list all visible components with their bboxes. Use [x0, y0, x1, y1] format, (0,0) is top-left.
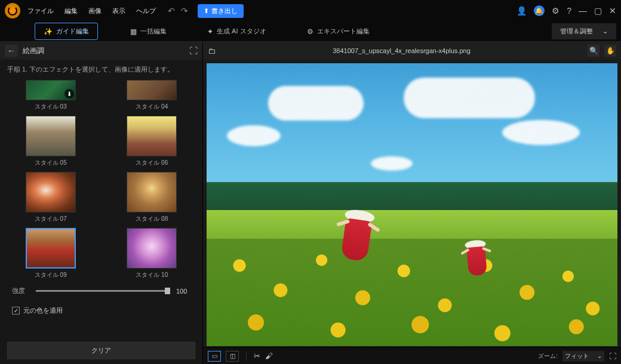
slider-thumb[interactable] — [165, 288, 170, 294]
maximize-icon[interactable]: ▢ — [594, 6, 602, 16]
style-item-06[interactable]: スタイル 06 — [113, 116, 191, 167]
apply-color-label: 元の色を適用 — [23, 306, 63, 315]
clear-button[interactable]: クリア — [7, 342, 195, 359]
instruction-text: 手順 1. 下のエフェクトを選択して、画像に適用します。 — [0, 60, 202, 80]
style-item-10[interactable]: スタイル 10 — [113, 228, 191, 279]
style-label: スタイル 05 — [35, 159, 67, 167]
manage-button[interactable]: 管理＆調整 ⌄ — [552, 23, 616, 39]
titlebar-right: 👤 🔔 ⚙ ? — ▢ ✕ — [517, 5, 616, 16]
menu-edit[interactable]: 編集 — [64, 7, 78, 16]
style-item-09[interactable]: スタイル 09 — [12, 228, 90, 279]
magnifier-icon[interactable]: 🔍 — [588, 45, 600, 57]
style-item-05[interactable]: スタイル 05 — [12, 116, 90, 167]
canvas-preview[interactable] — [207, 63, 617, 346]
main-menu: ファイル 編集 画像 表示 ヘルプ — [27, 7, 156, 16]
wand-icon: ✨ — [44, 27, 53, 36]
canvas-header: 🗀 3841007_s_upscayl_4x_realesrgan-x4plus… — [203, 42, 621, 60]
tab-ai-label: 生成 AI スタジオ — [217, 27, 266, 36]
fullscreen-icon[interactable]: ⛶ — [609, 352, 616, 360]
tab-expert-edit[interactable]: ⚙ エキスパート編集 — [299, 23, 378, 39]
apply-color-row[interactable]: ✓ 元の色を適用 — [0, 303, 202, 319]
tab-ai-studio[interactable]: ✦ 生成 AI スタジオ — [199, 23, 275, 39]
strength-slider-row: 強度 100 — [0, 279, 202, 303]
export-button[interactable]: ⬆ 書き出し — [198, 4, 244, 18]
style-thumb: ⬇ — [26, 80, 76, 100]
chevron-down-icon: ⌄ — [597, 353, 602, 359]
styles-grid: ⬇ スタイル 03 スタイル 04 スタイル 05 スタイル 06 スタイル 0… — [0, 80, 202, 279]
zoom-value: フィット — [565, 352, 589, 360]
tab-expert-label: エキスパート編集 — [317, 27, 370, 36]
style-label: スタイル 09 — [35, 271, 67, 279]
minimize-icon[interactable]: — — [579, 6, 587, 16]
strength-label: 強度 — [12, 286, 30, 295]
mode-tabbar: ✨ ガイド編集 ▦ 一括編集 ✦ 生成 AI スタジオ ⚙ エキスパート編集 管… — [0, 21, 621, 42]
zoom-label: ズーム: — [538, 352, 558, 360]
sidebar: ← 絵画調 ⛶ 手順 1. 下のエフェクトを選択して、画像に適用します。 ⬇ ス… — [0, 42, 203, 364]
main-area: ← 絵画調 ⛶ 手順 1. 下のエフェクトを選択して、画像に適用します。 ⬇ ス… — [0, 42, 621, 364]
style-thumb — [127, 116, 177, 156]
brush-icon[interactable]: 🖌 — [265, 351, 273, 360]
style-item-04[interactable]: スタイル 04 — [113, 80, 191, 111]
strength-slider[interactable] — [36, 290, 170, 292]
download-icon: ⬇ — [64, 89, 74, 98]
menu-file[interactable]: ファイル — [27, 7, 54, 16]
style-label: スタイル 06 — [136, 159, 168, 167]
style-item-07[interactable]: スタイル 07 — [12, 172, 90, 223]
style-label: スタイル 03 — [35, 103, 67, 111]
folder-icon[interactable]: 🗀 — [208, 47, 216, 55]
view-single-button[interactable]: ▭ — [208, 351, 221, 362]
undo-icon[interactable]: ↶ — [168, 6, 175, 16]
hand-icon[interactable]: ✋ — [604, 45, 616, 57]
user-icon[interactable]: 👤 — [517, 6, 527, 16]
style-thumb — [127, 80, 177, 100]
tab-guide-edit[interactable]: ✨ ガイド編集 — [35, 23, 98, 40]
style-label: スタイル 07 — [35, 215, 67, 223]
menu-image[interactable]: 画像 — [88, 7, 102, 16]
style-item-03[interactable]: ⬇ スタイル 03 — [12, 80, 90, 111]
style-thumb — [127, 228, 177, 269]
tab-batch-edit[interactable]: ▦ 一括編集 — [122, 23, 175, 39]
sparkle-icon: ✦ — [207, 27, 213, 36]
sidebar-title: 絵画調 — [23, 46, 185, 56]
manage-label: 管理＆調整 — [560, 27, 593, 36]
notification-icon[interactable]: 🔔 — [534, 5, 545, 16]
view-split-button[interactable]: ◫ — [226, 351, 239, 362]
style-label: スタイル 08 — [136, 215, 168, 223]
back-icon[interactable]: ← — [5, 45, 18, 57]
menu-view[interactable]: 表示 — [112, 7, 125, 16]
grid-icon: ▦ — [130, 27, 137, 36]
canvas-area: 🗀 3841007_s_upscayl_4x_realesrgan-x4plus… — [203, 42, 621, 364]
sliders-icon: ⚙ — [307, 27, 313, 36]
canvas-footer: ▭ ◫ ✂ 🖌 ズーム: フィット ⌄ ⛶ — [203, 347, 621, 364]
filename-label: 3841007_s_upscayl_4x_realesrgan-x4plus.p… — [220, 47, 583, 54]
crop-icon[interactable]: ✂ — [254, 351, 260, 360]
style-label: スタイル 04 — [136, 103, 168, 111]
zoom-select[interactable]: フィット ⌄ — [562, 351, 604, 362]
tab-guide-label: ガイド編集 — [56, 27, 89, 36]
checkbox-checked[interactable]: ✓ — [12, 307, 20, 314]
strength-value: 100 — [176, 288, 190, 295]
upload-icon: ⬆ — [204, 7, 209, 15]
export-label: 書き出し — [211, 7, 238, 16]
app-logo — [5, 3, 20, 18]
history-buttons: ↶ ↷ — [168, 6, 188, 16]
style-thumb — [26, 116, 76, 156]
redo-icon[interactable]: ↷ — [181, 6, 188, 16]
style-label: スタイル 10 — [136, 271, 168, 279]
menu-help[interactable]: ヘルプ — [136, 7, 156, 16]
tab-batch-label: 一括編集 — [140, 27, 167, 36]
style-thumb-selected — [26, 228, 76, 269]
help-icon[interactable]: ? — [567, 6, 571, 16]
style-thumb — [26, 172, 76, 212]
expand-icon[interactable]: ⛶ — [189, 46, 198, 55]
gear-icon[interactable]: ⚙ — [552, 6, 559, 16]
sidebar-header: ← 絵画調 ⛶ — [0, 42, 202, 60]
style-thumb — [127, 172, 177, 212]
close-icon[interactable]: ✕ — [609, 6, 616, 16]
chevron-down-icon: ⌄ — [602, 27, 608, 35]
style-item-08[interactable]: スタイル 08 — [113, 172, 191, 223]
titlebar: ファイル 編集 画像 表示 ヘルプ ↶ ↷ ⬆ 書き出し 👤 🔔 ⚙ ? — ▢… — [0, 0, 621, 21]
